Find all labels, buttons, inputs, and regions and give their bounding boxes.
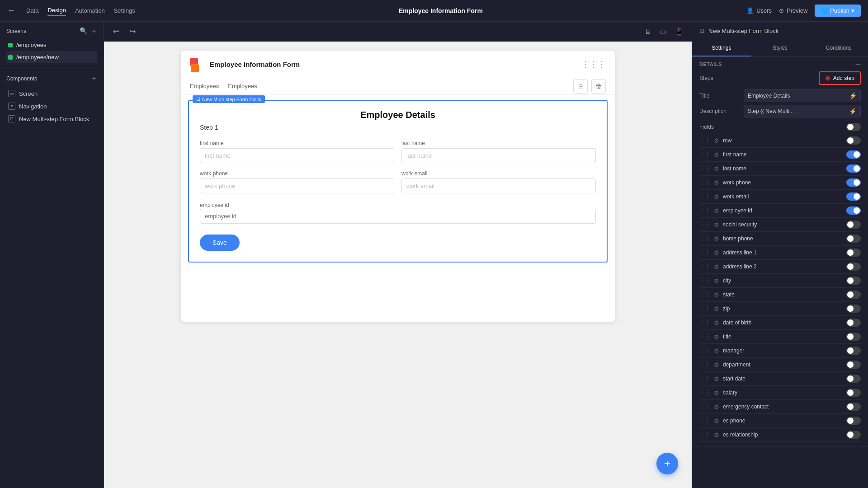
gear-icon-dob[interactable]: ⚙ [714, 319, 719, 326]
fields-master-toggle[interactable] [846, 123, 861, 131]
input-last-name[interactable] [401, 148, 596, 163]
toggle-address-2[interactable] [846, 263, 861, 271]
gear-icon-home-phone[interactable]: ⚙ [714, 235, 719, 242]
toggle-title[interactable] [846, 333, 861, 341]
component-screen[interactable]: ▭ Screen [6, 87, 97, 100]
add-step-button[interactable]: ⊕ Add step [819, 71, 861, 85]
drag-handle-last-name[interactable]: ⋮⋮ [699, 165, 710, 172]
toggle-department[interactable] [846, 361, 861, 369]
gear-icon-ec-phone[interactable]: ⚙ [714, 418, 719, 424]
tab-employees-2[interactable]: Employees [228, 83, 257, 89]
undo-button[interactable]: ↩ [110, 25, 122, 38]
nav-data[interactable]: Data [26, 5, 38, 16]
toggle-social-security[interactable] [846, 221, 861, 229]
gear-icon-state[interactable]: ⚙ [714, 291, 719, 298]
component-navigation[interactable]: ≡ Navigation [6, 100, 97, 113]
drag-handle-dob[interactable]: ⋮⋮ [699, 319, 710, 326]
back-button[interactable]: ← [7, 6, 15, 15]
gear-icon-department[interactable]: ⚙ [714, 361, 719, 368]
toggle-work-email[interactable] [846, 192, 861, 201]
gear-icon-salary[interactable]: ⚙ [714, 389, 719, 396]
description-value[interactable]: Step {{ New Multi... ⚡ [744, 105, 861, 117]
gear-icon-title[interactable]: ⚙ [714, 333, 719, 340]
drag-handle-address-1[interactable]: ⋮⋮ [699, 249, 710, 256]
drag-handle-first-name[interactable]: ⋮⋮ [699, 151, 710, 158]
tab-settings[interactable]: Settings [692, 40, 751, 56]
gear-icon-first-name[interactable]: ⚙ [714, 151, 719, 158]
gear-icon-address-2[interactable]: ⚙ [714, 263, 719, 270]
title-lightning-icon[interactable]: ⚡ [849, 92, 857, 99]
drag-handle-row[interactable]: ⋮⋮ [699, 137, 710, 144]
gear-icon-work-email[interactable]: ⚙ [714, 193, 719, 200]
toggle-last-name[interactable] [846, 164, 861, 173]
redo-button[interactable]: ↪ [127, 25, 138, 38]
tablet-view-button[interactable]: ▭ [658, 25, 668, 38]
drag-handle-department[interactable]: ⋮⋮ [699, 361, 710, 368]
drag-handle-employee-id[interactable]: ⋮⋮ [699, 207, 710, 214]
drag-handle-social-security[interactable]: ⋮⋮ [699, 221, 710, 228]
save-button[interactable]: Save [200, 235, 240, 251]
nav-settings[interactable]: Settings [114, 5, 135, 16]
drag-handle-address-2[interactable]: ⋮⋮ [699, 263, 710, 270]
users-button[interactable]: 👤 Users [746, 7, 772, 14]
toggle-salary[interactable] [846, 389, 861, 397]
delete-button[interactable]: 🗑 [591, 79, 606, 94]
input-work-email[interactable] [401, 178, 596, 193]
gear-icon-last-name[interactable]: ⚙ [714, 165, 719, 172]
drag-handle-state[interactable]: ⋮⋮ [699, 291, 710, 298]
drag-handle-start-date[interactable]: ⋮⋮ [699, 375, 710, 382]
screen-item-employees-new[interactable]: /employees/new [6, 51, 97, 63]
collapse-button[interactable]: — [856, 61, 861, 67]
toggle-manager[interactable] [846, 347, 861, 355]
gear-icon-start-date[interactable]: ⚙ [714, 375, 719, 382]
drag-handle-title[interactable]: ⋮⋮ [699, 333, 710, 340]
drag-handle-home-phone[interactable]: ⋮⋮ [699, 235, 710, 242]
gear-icon-city[interactable]: ⚙ [714, 277, 719, 284]
toggle-first-name[interactable] [846, 150, 861, 159]
add-screen-icon[interactable]: ＋ [91, 27, 97, 35]
fab-button[interactable]: + [656, 453, 678, 474]
tab-conditions[interactable]: Conditions [809, 40, 868, 56]
gear-icon-work-phone[interactable]: ⚙ [714, 179, 719, 186]
desktop-view-button[interactable]: 🖥 [642, 26, 653, 38]
input-employee-id[interactable] [200, 209, 596, 224]
input-work-phone[interactable] [200, 178, 394, 193]
add-component-icon[interactable]: ＋ [91, 75, 97, 83]
nav-automation[interactable]: Automation [75, 5, 105, 16]
gear-icon-social-security[interactable]: ⚙ [714, 221, 719, 228]
toggle-ec-phone[interactable] [846, 417, 861, 425]
input-first-name[interactable] [200, 148, 394, 163]
gear-icon-row[interactable]: ⚙ [714, 137, 719, 144]
drag-handle-zip[interactable]: ⋮⋮ [699, 305, 710, 312]
toggle-address-1[interactable] [846, 249, 861, 257]
gear-icon-ec-relationship[interactable]: ⚙ [714, 432, 719, 438]
drag-handle-manager[interactable]: ⋮⋮ [699, 347, 710, 354]
description-lightning-icon[interactable]: ⚡ [849, 108, 857, 115]
gear-icon-address-1[interactable]: ⚙ [714, 249, 719, 256]
gear-icon-manager[interactable]: ⚙ [714, 347, 719, 354]
drag-handle-work-email[interactable]: ⋮⋮ [699, 193, 710, 200]
component-form-block[interactable]: ⊟ New Multi-step Form Block [6, 113, 97, 125]
toggle-work-phone[interactable] [846, 178, 861, 187]
toggle-employee-id[interactable] [846, 206, 861, 215]
toggle-ec[interactable] [846, 403, 861, 411]
drag-handle-ec[interactable]: ⋮⋮ [699, 404, 710, 410]
gear-icon-zip[interactable]: ⚙ [714, 305, 719, 312]
toggle-start-date[interactable] [846, 375, 861, 383]
mobile-view-button[interactable]: 📱 [673, 25, 685, 38]
search-icon[interactable]: 🔍 [80, 27, 87, 35]
screen-item-employees[interactable]: /employees [6, 39, 97, 51]
drag-handle-salary[interactable]: ⋮⋮ [699, 389, 710, 396]
toggle-ec-relationship[interactable] [846, 431, 861, 439]
drag-handle-ec-phone[interactable]: ⋮⋮ [699, 418, 710, 424]
title-value[interactable]: Employee Details ⚡ [744, 89, 861, 102]
copy-button[interactable]: ⎘ [573, 79, 588, 94]
toggle-dob[interactable] [846, 319, 861, 327]
form-grid-icon[interactable]: ⋮⋮⋮ [581, 59, 606, 69]
tab-employees-1[interactable]: Employees [190, 83, 219, 89]
gear-icon-ec[interactable]: ⚙ [714, 404, 719, 410]
toggle-home-phone[interactable] [846, 235, 861, 243]
toggle-city[interactable] [846, 277, 861, 285]
toggle-zip[interactable] [846, 305, 861, 313]
publish-button[interactable]: 🌐 Publish ▾ [815, 5, 861, 17]
